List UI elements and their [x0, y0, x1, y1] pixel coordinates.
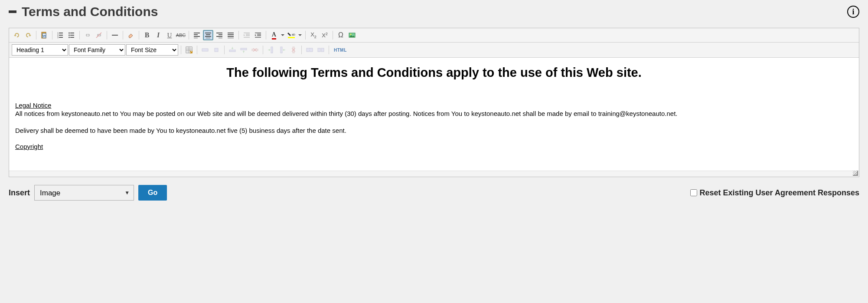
reset-responses-label: Reset Existing User Agreement Responses: [700, 188, 859, 198]
html-source-icon[interactable]: HTML: [332, 45, 349, 55]
text-color-icon[interactable]: A: [269, 30, 279, 40]
svg-rect-27: [216, 36, 222, 37]
indent-icon[interactable]: [253, 30, 263, 40]
insert-row-before-icon[interactable]: [227, 45, 238, 55]
rich-text-editor: W 123 B I U ABC A ab X2 X2 Ω: [9, 28, 859, 177]
insert-label: Insert: [9, 188, 30, 198]
strikethrough-icon[interactable]: ABC: [176, 30, 186, 40]
font-size-select[interactable]: Font Size: [126, 44, 178, 56]
insert-select-wrap: Image ▼: [34, 185, 134, 201]
separator: [52, 31, 52, 40]
svg-rect-20: [194, 38, 198, 38]
content-heading: The following Terms and Conditions apply…: [15, 66, 853, 80]
svg-text:W: W: [42, 34, 46, 38]
highlight-color-icon[interactable]: ab: [286, 30, 297, 40]
separator: [139, 31, 139, 40]
format-select[interactable]: Heading 1: [12, 44, 68, 56]
svg-rect-65: [321, 48, 324, 52]
svg-rect-53: [241, 48, 247, 50]
svg-rect-36: [244, 37, 250, 38]
content-paragraph: Delivery shall be deemed to have been ma…: [15, 126, 853, 135]
insert-col-before-icon[interactable]: [266, 45, 276, 55]
info-icon[interactable]: i: [847, 6, 859, 18]
horizontal-rule-icon[interactable]: [110, 30, 120, 40]
table-cell-props-icon[interactable]: [211, 45, 222, 55]
special-char-icon[interactable]: Ω: [336, 30, 346, 40]
header-left: Terms and Conditions: [9, 4, 158, 19]
unordered-list-icon[interactable]: [66, 30, 77, 40]
resize-grip-icon[interactable]: [853, 171, 858, 176]
delete-col-icon[interactable]: [288, 45, 299, 55]
collapse-icon[interactable]: [9, 10, 16, 13]
align-center-icon[interactable]: [203, 30, 213, 40]
insert-col-after-icon[interactable]: [277, 45, 287, 55]
svg-rect-32: [228, 38, 234, 38]
superscript-icon[interactable]: X2: [320, 30, 330, 40]
svg-rect-57: [271, 47, 273, 53]
svg-rect-30: [228, 34, 234, 35]
svg-rect-17: [194, 33, 200, 33]
svg-text:ab: ab: [292, 33, 295, 36]
svg-point-13: [69, 37, 70, 38]
font-family-select[interactable]: Font Family: [69, 44, 125, 56]
separator: [197, 46, 197, 54]
svg-rect-58: [281, 47, 282, 53]
svg-rect-23: [205, 36, 211, 37]
separator: [181, 46, 181, 54]
text-color-dropdown-icon[interactable]: [280, 30, 285, 40]
svg-rect-14: [70, 37, 74, 38]
bold-icon[interactable]: B: [142, 30, 152, 40]
svg-rect-26: [219, 34, 222, 35]
go-button[interactable]: Go: [138, 185, 167, 201]
align-left-icon[interactable]: [192, 30, 202, 40]
svg-rect-21: [205, 33, 211, 33]
svg-rect-19: [194, 36, 200, 37]
svg-rect-18: [194, 34, 198, 35]
svg-point-44: [350, 34, 352, 35]
table-insert-icon[interactable]: [184, 45, 194, 55]
italic-icon[interactable]: I: [153, 30, 163, 40]
insert-row-after-icon[interactable]: [238, 45, 249, 55]
link-icon[interactable]: [82, 30, 93, 40]
editor-resize-bar: [9, 171, 859, 177]
footer-row: Insert Image ▼ Go Reset Existing User Ag…: [9, 182, 859, 203]
svg-rect-38: [257, 34, 261, 35]
redo-icon[interactable]: [23, 30, 33, 40]
delete-row-icon[interactable]: [250, 45, 260, 55]
svg-rect-24: [206, 38, 210, 38]
svg-rect-29: [228, 33, 234, 33]
unlink-icon[interactable]: [94, 30, 104, 40]
separator: [333, 31, 333, 40]
svg-rect-64: [318, 48, 320, 52]
editor-toolbar-row-1: W 123 B I U ABC A ab X2 X2 Ω: [9, 28, 859, 43]
svg-rect-39: [257, 35, 261, 36]
ordered-list-icon[interactable]: 123: [55, 30, 65, 40]
undo-icon[interactable]: [12, 30, 22, 40]
subscript-icon[interactable]: X2: [308, 30, 319, 40]
svg-rect-42: [288, 37, 295, 38]
separator: [301, 46, 302, 54]
outdent-icon[interactable]: [241, 30, 252, 40]
svg-rect-31: [228, 36, 234, 37]
paste-word-icon[interactable]: W: [39, 30, 49, 40]
legal-notice-heading: Legal Notice: [15, 102, 853, 109]
highlight-color-dropdown-icon[interactable]: [297, 30, 303, 40]
merge-cells-icon[interactable]: [316, 45, 326, 55]
insert-select[interactable]: Image: [34, 185, 134, 201]
insert-image-icon[interactable]: [347, 30, 357, 40]
eraser-icon[interactable]: [126, 30, 136, 40]
separator: [79, 31, 80, 40]
svg-rect-28: [219, 38, 222, 38]
split-cells-icon[interactable]: [304, 45, 315, 55]
editor-content[interactable]: The following Terms and Conditions apply…: [9, 58, 859, 171]
underline-icon[interactable]: U: [164, 30, 175, 40]
svg-point-9: [69, 33, 70, 34]
svg-rect-50: [202, 49, 208, 51]
table-row-props-icon[interactable]: [200, 45, 210, 55]
section-header: Terms and Conditions i: [9, 4, 859, 19]
align-justify-icon[interactable]: [225, 30, 236, 40]
reset-responses-checkbox[interactable]: [690, 189, 697, 196]
svg-rect-51: [215, 48, 218, 52]
separator: [107, 31, 107, 40]
align-right-icon[interactable]: [214, 30, 225, 40]
